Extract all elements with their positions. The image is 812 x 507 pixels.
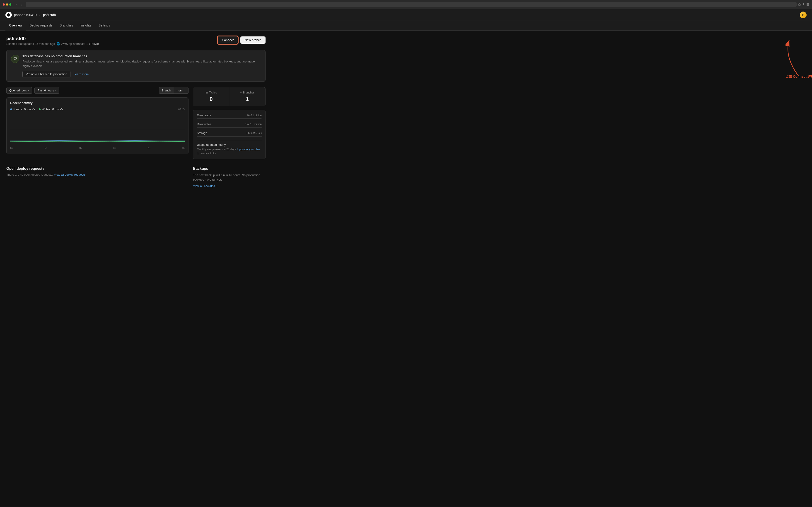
new-tab-icon[interactable]: + xyxy=(803,2,805,7)
metric-label: Queried rows xyxy=(9,89,27,92)
branch-selector[interactable]: main xyxy=(174,87,189,94)
share-icon[interactable]: ⎙ xyxy=(798,2,801,7)
view-all-deploy-requests-link[interactable]: View all deploy requests. xyxy=(54,173,87,176)
branch-filter-label: Branch xyxy=(159,87,174,94)
reads-value: 0 rows/s xyxy=(24,108,35,111)
chart-filters: Queried rows Past 6 hours Branch main xyxy=(6,87,189,94)
row-writes-label: Row writes xyxy=(197,122,211,126)
storage-value: 0 KB of 5 GB xyxy=(246,131,262,135)
tables-icon: ⊞ xyxy=(205,91,208,94)
chart-area xyxy=(10,114,185,146)
tab-overview[interactable]: Overview xyxy=(5,21,26,30)
row-reads-row: Row reads 0 of 1 billion xyxy=(197,114,262,117)
filter-right: Branch main xyxy=(159,87,189,94)
storage-label: Storage xyxy=(197,131,207,135)
forward-button[interactable]: › xyxy=(20,2,23,7)
chart-section: Queried rows Past 6 hours Branch main xyxy=(6,87,265,159)
chart-legend: Reads: 0 rows/s Writes: 0 rows/s 20:05 xyxy=(10,108,185,111)
row-reads-value: 0 of 1 billion xyxy=(247,114,262,117)
db-action-buttons: Connect New branch xyxy=(217,36,265,44)
upgrade-plan-link[interactable]: Upgrade your plan xyxy=(238,148,260,151)
row-writes-bar-track xyxy=(197,127,262,128)
branch-filter: Branch main xyxy=(159,87,189,94)
db-meta: Schema last updated 25 minutes ago 🌐 AWS… xyxy=(6,42,99,46)
branches-label: Branches xyxy=(243,91,255,94)
usage-note: Usage updated hourly Monthly usage reset… xyxy=(197,140,262,156)
tables-stat: ⊞ Tables 0 xyxy=(193,88,229,106)
tables-label: Tables xyxy=(209,91,217,94)
tab-settings[interactable]: Settings xyxy=(95,21,114,30)
usage-update-title: Usage updated hourly xyxy=(197,143,262,147)
back-button[interactable]: ‹ xyxy=(15,2,19,7)
address-bar[interactable]: app.planetscale.com xyxy=(26,2,797,7)
backups-section: Backups The next backup will run in 16 h… xyxy=(193,167,265,188)
minimize-window-btn[interactable] xyxy=(6,3,8,6)
activity-chart-svg xyxy=(10,114,185,146)
logo-inner xyxy=(6,13,11,17)
browser-action-buttons: ⎙ + ⊞ xyxy=(798,2,809,7)
view-all-backups-link[interactable]: View all backups → xyxy=(193,184,219,188)
org-name[interactable]: panpan190419 xyxy=(14,13,37,17)
writes-dot xyxy=(39,108,41,110)
time-selector[interactable]: Past 6 hours xyxy=(35,87,59,94)
chart-timestamp: 20:05 xyxy=(178,108,185,111)
branches-icon: ⑂ xyxy=(240,91,242,94)
region-icon: 🌐 xyxy=(56,42,60,46)
usage-section: Row reads 0 of 1 billion Row writes 0 of… xyxy=(193,110,265,159)
activity-chart-card: Recent activity Reads: 0 rows/s Writes: … xyxy=(6,97,189,154)
x-label-1h: 1h xyxy=(182,147,185,150)
promote-branch-button[interactable]: Promote a branch to production xyxy=(22,71,70,77)
metric-selector[interactable]: Queried rows xyxy=(6,87,32,94)
new-branch-button[interactable]: New branch xyxy=(240,37,265,44)
x-label-4h: 4h xyxy=(79,147,82,150)
alert-body: This database has no production branches… xyxy=(22,54,261,77)
usage-update-desc: Monthly usage resets in 25 days. Upgrade… xyxy=(197,147,262,156)
storage-row: Storage 0 KB of 5 GB xyxy=(197,131,262,135)
chart-x-labels: 6h 5h 4h 3h 2h 1h xyxy=(10,146,185,150)
tab-branches[interactable]: Branches xyxy=(56,21,77,30)
alert-title: This database has no production branches xyxy=(22,54,261,58)
row-writes-value: 0 of 10 million xyxy=(245,123,262,126)
time-label: Past 6 hours xyxy=(37,89,54,92)
chart-title: Recent activity xyxy=(10,101,185,105)
db-title: psfirstdb xyxy=(6,36,99,41)
row-reads-label: Row reads xyxy=(197,114,211,117)
reads-dot xyxy=(10,108,12,110)
tab-deploy-requests[interactable]: Deploy requests xyxy=(26,21,56,30)
row-writes-row: Row writes 0 of 10 million xyxy=(197,122,262,126)
deploy-requests-section: Open deploy requests There are no open d… xyxy=(6,167,189,188)
browser-chrome: ‹ › app.planetscale.com ⎙ + ⊞ xyxy=(0,0,812,9)
filter-left: Queried rows Past 6 hours xyxy=(6,87,59,94)
avatar[interactable]: P xyxy=(800,11,807,18)
branch-value: main xyxy=(177,89,183,92)
bottom-row: Open deploy requests There are no open d… xyxy=(6,167,265,188)
x-label-2h: 2h xyxy=(148,147,150,150)
grid-icon[interactable]: ⊞ xyxy=(806,2,809,7)
tables-header: ⊞ Tables xyxy=(197,91,225,94)
x-label-6h: 6h xyxy=(10,147,13,150)
branches-stat: ⑂ Branches 1 xyxy=(229,88,265,106)
database-name[interactable]: psfirstdb xyxy=(43,13,56,17)
branches-value: 1 xyxy=(233,96,262,102)
stats-sidebar: ⊞ Tables 0 ⑂ Branches 1 xyxy=(193,87,265,159)
tab-insights[interactable]: Insights xyxy=(77,21,95,30)
branches-header: ⑂ Branches xyxy=(233,91,262,94)
maximize-window-btn[interactable] xyxy=(9,3,11,6)
chart-main: Queried rows Past 6 hours Branch main xyxy=(6,87,189,159)
x-label-3h: 3h xyxy=(113,147,116,150)
learn-more-link[interactable]: Learn more xyxy=(73,72,89,76)
database-header: psfirstdb Schema last updated 25 minutes… xyxy=(6,36,265,46)
deploy-requests-empty: There are no open deploy requests. View … xyxy=(6,173,189,176)
alert-actions: Promote a branch to production Learn mor… xyxy=(22,71,261,77)
app-container: panpan190419 / psfirstdb P Overview Depl… xyxy=(0,9,812,507)
writes-value: 0 rows/s xyxy=(52,108,63,111)
sub-navigation: Overview Deploy requests Branches Insigh… xyxy=(0,21,812,31)
main-content: psfirstdb Schema last updated 25 minutes… xyxy=(0,31,272,193)
close-window-btn[interactable] xyxy=(3,3,5,6)
top-navigation: panpan190419 / psfirstdb P xyxy=(0,9,812,21)
shield-icon: 🛡 xyxy=(11,55,19,63)
writes-legend: Writes: 0 rows/s xyxy=(39,108,63,111)
planetscale-logo xyxy=(5,12,12,18)
connect-button[interactable]: Connect xyxy=(217,36,238,44)
schema-updated-text: Schema last updated 25 minutes ago xyxy=(6,42,55,46)
